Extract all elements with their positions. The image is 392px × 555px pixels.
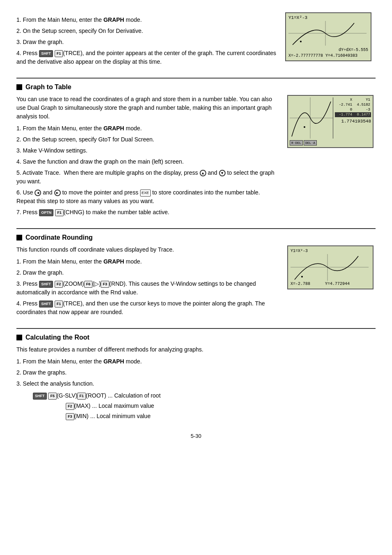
f6-key-cr3: F6 <box>84 281 93 288</box>
gtt-intro: You can use trace to read the coordinate… <box>16 95 277 121</box>
title-square-icon-root <box>16 335 22 340</box>
col-x-header: X <box>335 97 353 102</box>
list-item: Press SHFT F1(TRCE), and then use the cu… <box>16 299 277 317</box>
f3-key-cr3: F3 <box>101 281 109 288</box>
graph-svg-top <box>288 21 368 46</box>
coords-value: X=-2.777777778 Y=4.716049383 <box>288 53 368 59</box>
dela-button: DEL·A <box>304 140 317 146</box>
cell-y3: 0.1477 <box>353 112 371 117</box>
list-item: Draw the graphs. <box>16 368 376 377</box>
sub-list-item-max: F2(MAX) ... Local maximum value <box>33 402 376 410</box>
section-title-gtt: Graph to Table <box>16 83 376 91</box>
list-item: Use ◄ and ► to move the pointer and pres… <box>16 188 277 206</box>
cr-graph-area <box>291 254 370 281</box>
cell-x3: -1.774 <box>335 112 353 117</box>
top-screen-image: Y1=X²-3 dY÷dX=-5.555 X=-2.777777778 Y=4.… <box>285 12 376 69</box>
f5-key-root: F5 <box>48 393 57 400</box>
table-row-highlighted: -1.774 0.1477 <box>335 112 371 117</box>
cr-list: From the Main Menu, enter the GRAPH mode… <box>16 257 277 317</box>
gtt-button-row: R·DEL DEL·A <box>290 140 371 146</box>
cell-x1: -2.741 <box>335 102 353 107</box>
list-item: Save the function and draw the graph on … <box>16 157 277 166</box>
gtt-table-area: X Y1 -2.741 4.5182 <box>333 97 371 139</box>
exe-key: EXE <box>140 190 151 197</box>
f2-key-cr3: F2 <box>55 281 63 288</box>
cell-y1: 4.5182 <box>353 102 371 107</box>
screen-dydx: dY÷dX=-5.555 X=-2.777777778 Y=4.71604938… <box>288 47 368 59</box>
col-y1-header: Y1 <box>353 97 371 102</box>
list-item: Press SHFT F2(ZOOM)F6(▷)F3(RND). This ca… <box>16 280 277 297</box>
cell-x2: 0 <box>335 107 353 112</box>
svg-point-5 <box>304 126 305 128</box>
root-text: This feature provides a number of differ… <box>16 345 376 421</box>
f1-key-root: F1 <box>77 393 86 400</box>
shft-key-root: SHFT <box>33 393 47 400</box>
keyword-graph-cr: GRAPH <box>104 258 125 265</box>
cr-screen-image: Y1=X²-3 X=-2.788 Y=4.772944 <box>285 245 376 320</box>
table-row: -2.741 4.5182 <box>335 102 371 107</box>
gtt-title-text: Graph to Table <box>25 83 71 91</box>
gtt-graph-svg <box>290 97 333 139</box>
sub-list-item-root: SHFT F5(G-SLV)F1(ROOT) ... Calculation o… <box>33 391 376 400</box>
f2-key-max: F2 <box>66 403 74 410</box>
cr-coords: X=-2.788 Y=4.772944 <box>291 281 370 287</box>
f1-key: F1 <box>55 50 63 58</box>
cr-title-text: Coordinate Rounding <box>25 234 93 241</box>
root-intro: This feature provides a number of differ… <box>16 345 376 354</box>
table-row: 0 -3 <box>335 107 371 112</box>
page-content: From the Main Menu, enter the GRAPH mode… <box>16 12 376 439</box>
arrow-up-icon: ▲ <box>200 170 206 176</box>
screen-formula: Y1=X²-3 <box>288 15 368 21</box>
gtt-large-value: 1.774193548 <box>335 119 371 124</box>
list-item: Press OPTN F1(CHNG) to make the number t… <box>16 208 277 217</box>
cr-screen-formula: Y1=X²-3 <box>291 248 370 254</box>
arrow-down-icon: ▼ <box>219 170 226 176</box>
list-item: Draw the graph. <box>16 268 277 277</box>
section-title-root: Calculating the Root <box>16 334 376 341</box>
list-item: From the Main Menu, enter the GRAPH mode… <box>16 124 277 133</box>
screen-graph-area <box>288 21 368 46</box>
shft-key-cr3: SHFT <box>39 281 53 288</box>
svg-point-8 <box>301 276 303 278</box>
f1-key-chng: F1 <box>55 209 64 217</box>
root-sub-list: SHFT F5(G-SLV)F1(ROOT) ... Calculation o… <box>33 391 376 421</box>
section-title-cr: Coordinate Rounding <box>16 234 376 241</box>
keyword-graph-root: GRAPH <box>104 358 125 365</box>
list-item: From the Main Menu, enter the GRAPH mode… <box>16 357 376 366</box>
list-item: From the Main Menu, enter the GRAPH mode… <box>16 257 277 266</box>
gtt-data-table: X Y1 -2.741 4.5182 <box>335 97 371 117</box>
graph-to-table-section: Graph to Table You can use trace to read… <box>16 78 376 220</box>
top-list: From the Main Menu, enter the GRAPH mode… <box>16 16 277 66</box>
gtt-list: From the Main Menu, enter the GRAPH mode… <box>16 124 277 217</box>
list-item: Activate Trace. When there are multiple … <box>16 169 277 186</box>
gtt-text: You can use trace to read the coordinate… <box>16 95 277 220</box>
list-item: Press SHFT F1(TRCE), and the pointer app… <box>16 49 277 66</box>
page-number: 5-30 <box>16 433 376 439</box>
arrow-right-icon: ► <box>54 190 61 196</box>
f1-key-cr4: F1 <box>55 301 63 308</box>
gtt-screen-image: X Y1 -2.741 4.5182 <box>285 95 376 220</box>
keyword-graph: GRAPH <box>104 16 125 23</box>
title-square-icon <box>16 84 22 90</box>
title-square-icon-cr <box>16 235 22 240</box>
gtt-body: You can use trace to read the coordinate… <box>16 95 376 220</box>
optn-key: OPTN <box>39 209 53 217</box>
top-section: From the Main Menu, enter the GRAPH mode… <box>16 12 376 69</box>
list-item: On the Setup screen, specify On for Deri… <box>16 27 277 35</box>
cr-text: This function rounds off coordinate valu… <box>16 245 277 320</box>
cell-y2: -3 <box>353 107 371 112</box>
calculating-root-section: Calculating the Root This feature provid… <box>16 328 376 421</box>
root-list: From the Main Menu, enter the GRAPH mode… <box>16 357 376 388</box>
cr-intro: This function rounds off coordinate valu… <box>16 245 277 254</box>
keyword-graph: GRAPH <box>104 125 125 132</box>
f3-key-min: F3 <box>66 413 74 421</box>
cr-calc-screen: Y1=X²-3 X=-2.788 Y=4.772944 <box>287 245 374 289</box>
svg-point-2 <box>300 41 302 42</box>
list-item: Make V-Window settings. <box>16 146 277 155</box>
coordinate-rounding-section: Coordinate Rounding This function rounds… <box>16 228 376 320</box>
calc-screen-top: Y1=X²-3 dY÷dX=-5.555 X=-2.777777778 Y=4.… <box>285 12 371 61</box>
gtt-screen-inner: X Y1 -2.741 4.5182 <box>290 97 371 139</box>
cr-graph-svg <box>291 254 369 281</box>
gtt-graph-area <box>290 97 333 139</box>
arrow-left-icon: ◄ <box>35 190 41 196</box>
